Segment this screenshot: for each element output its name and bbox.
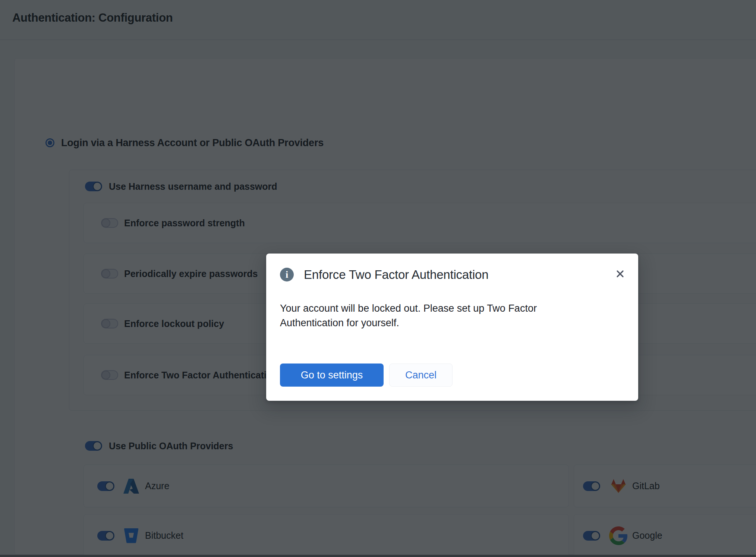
go-to-settings-button[interactable]: Go to settings — [280, 364, 384, 387]
two-factor-dialog: i Enforce Two Factor Authentication Your… — [266, 254, 638, 401]
dialog-title: Enforce Two Factor Authentication — [304, 268, 488, 282]
cancel-button[interactable]: Cancel — [389, 364, 453, 387]
dialog-message: Your account will be locked out. Please … — [280, 301, 593, 330]
close-icon[interactable] — [615, 268, 625, 279]
info-icon: i — [280, 268, 294, 281]
dialog-buttons: Go to settings Cancel — [280, 364, 453, 387]
authentication-configuration-page: Authentication: Configuration Login via … — [0, 0, 756, 557]
